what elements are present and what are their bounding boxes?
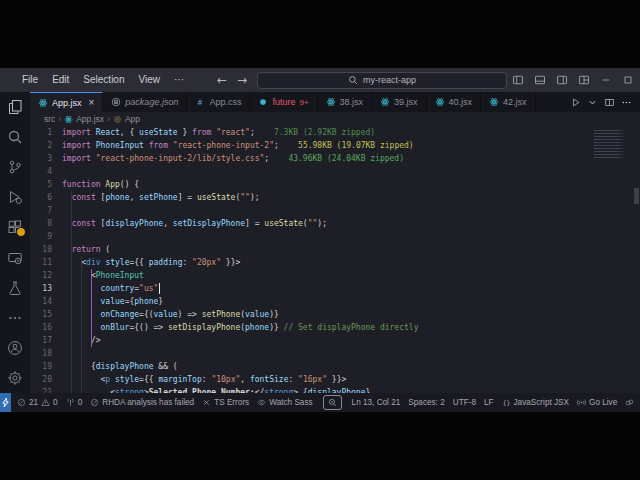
forward-arrow-icon[interactable]: → [237, 73, 247, 87]
code-text: {displayPhone && ( [62, 360, 178, 373]
activity-testing[interactable] [0, 273, 30, 303]
code-line[interactable]: 9 [30, 230, 640, 243]
react-file-icon [64, 115, 73, 124]
status-watch-sass[interactable]: Watch Sass [253, 398, 316, 407]
layout-sidebar-right-button[interactable] [551, 68, 573, 92]
close-icon[interactable]: × [89, 97, 95, 108]
code-line[interactable]: 20 <p style={{ marginTop: "10px", fontSi… [30, 373, 640, 386]
code-line[interactable]: 11 <div style={{ padding: "20px" }}> [30, 256, 640, 269]
code-line[interactable]: 17 /> [30, 334, 640, 347]
status-problems[interactable]: 210 [13, 398, 62, 407]
code-text: <PhoneInput [62, 269, 144, 282]
code-text: return ( [62, 243, 110, 256]
code-line[interactable]: 4 [30, 165, 640, 178]
code-text: <div style={{ padding: "20px" }}> [62, 256, 240, 269]
status-ts-errors[interactable]: TS Errors [198, 398, 253, 407]
warning-icon [41, 398, 50, 407]
activity-explorer[interactable] [0, 92, 30, 122]
menu-item-file[interactable]: File [15, 68, 45, 92]
code-line[interactable]: 21 <strong>Selected Phone Number:</stron… [30, 386, 640, 393]
back-arrow-icon[interactable]: ← [217, 73, 227, 87]
tab-app-css[interactable]: #App.css [187, 92, 250, 112]
menu-item-selection[interactable]: Selection [76, 68, 131, 92]
activity-source-control[interactable] [0, 152, 30, 182]
status-indentation[interactable]: Spaces: 2 [404, 398, 448, 407]
split-editor-button[interactable] [604, 97, 615, 108]
code-text: value={phone} [62, 295, 163, 308]
code-text: import PhoneInput from "react-phone-inpu… [62, 139, 414, 152]
command-center-search[interactable]: my-react-app [257, 72, 507, 89]
status-go-live[interactable]: Go Live [573, 398, 621, 407]
status-encoding[interactable]: UTF-8 [449, 398, 480, 407]
breadcrumb-item-src[interactable]: src [44, 114, 55, 124]
activity-extensions[interactable] [0, 212, 30, 242]
status-language-mode[interactable]: {}JavaScript JSX [498, 398, 574, 407]
tab-future[interactable]: future9+ [250, 92, 317, 112]
minimap[interactable] [594, 130, 626, 158]
svg-text:#: # [197, 98, 203, 107]
code-line[interactable]: 13 country="us" [30, 282, 640, 295]
menu-item-edit[interactable]: Edit [45, 68, 76, 92]
editor-more-actions[interactable] [621, 97, 632, 108]
code-line[interactable]: 16 onBlur={() => setDisplayPhone(phone)}… [30, 321, 640, 334]
code-line[interactable]: 10 return ( [30, 243, 640, 256]
react-file-icon [435, 97, 445, 107]
tab-42-jsx[interactable]: 42.jsx [481, 92, 536, 112]
run-dropdown[interactable] [587, 97, 598, 108]
status-label: RHDA analysis has failed [102, 398, 194, 407]
activity-search[interactable] [0, 122, 30, 152]
restore-button[interactable] [617, 68, 639, 92]
line-number: 16 [30, 321, 62, 334]
tab-39-jsx[interactable]: 39.jsx [372, 92, 427, 112]
line-number: 2 [30, 139, 62, 152]
code-line[interactable]: 15 onChange={(value) => setPhone(value)} [30, 308, 640, 321]
code-line[interactable]: 7 [30, 204, 640, 217]
menu-item-view[interactable]: View [132, 68, 168, 92]
status-label: Go Live [589, 398, 617, 407]
code-text: import React, { useState } from "react";… [62, 126, 375, 139]
code-line[interactable]: 18 [30, 347, 640, 360]
layout-customize-button[interactable] [573, 68, 595, 92]
line-number: 1 [30, 126, 62, 139]
status-rhda-status[interactable]: RHDA analysis has failed [86, 398, 198, 407]
code-line[interactable]: 19 {displayPhone && ( [30, 360, 640, 373]
layout-sidebar-left-button[interactable] [507, 68, 529, 92]
code-line[interactable]: 1import React, { useState } from "react"… [30, 126, 640, 139]
code-line[interactable]: 5function App() { [30, 178, 640, 191]
tab-problems-badge: 9+ [299, 98, 308, 107]
line-number: 15 [30, 308, 62, 321]
minimize-button[interactable] [595, 68, 617, 92]
scrollbar[interactable] [634, 188, 639, 204]
tab-38-jsx[interactable]: 38.jsx [318, 92, 373, 112]
code-line[interactable]: 12 <PhoneInput [30, 269, 640, 282]
svg-text:{}: {} [502, 399, 510, 406]
breadcrumb-item-app[interactable]: App [113, 114, 140, 124]
activity-remote-explorer[interactable] [0, 242, 30, 272]
code-line[interactable]: 2import PhoneInput from "react-phone-inp… [30, 139, 640, 152]
status-remote-indicator[interactable] [0, 393, 11, 412]
run-file-button[interactable] [570, 97, 581, 108]
activity-settings[interactable] [0, 363, 30, 393]
menu-item-[interactable]: ··· [167, 68, 191, 92]
title-bar: FileEditSelectionView··· ← → my-react-ap… [0, 68, 640, 92]
tab-package-json[interactable]: package.json [103, 92, 187, 112]
activity-accounts[interactable] [0, 333, 30, 363]
code-line[interactable]: 3import "react-phone-input-2/lib/style.c… [30, 152, 640, 165]
status-cursor-position[interactable]: Ln 13, Col 21 [348, 398, 405, 407]
code-line[interactable]: 8 const [displayPhone, setDisplayPhone] … [30, 217, 640, 230]
breadcrumb-item-app-jsx[interactable]: App.jsx [64, 114, 104, 124]
layout-panel-button[interactable] [529, 68, 551, 92]
code-line[interactable]: 14 value={phone} [30, 295, 640, 308]
status-zoom-indicator[interactable] [323, 395, 342, 410]
activity-more-views[interactable] [0, 303, 30, 333]
status-overlapping-circles[interactable] [621, 398, 638, 407]
activity-bar [0, 92, 30, 393]
code-editor[interactable]: 1import React, { useState } from "react"… [30, 126, 640, 393]
tab-app-jsx[interactable]: App.jsx× [30, 92, 103, 112]
status-ports[interactable]: 0 [62, 398, 87, 407]
activity-run-debug[interactable] [0, 182, 30, 212]
tab-40-jsx[interactable]: 40.jsx [427, 92, 482, 112]
code-line[interactable]: 6 const [phone, setPhone] = useState("")… [30, 191, 640, 204]
status-eol[interactable]: LF [480, 398, 498, 407]
tab-label: 39.jsx [394, 97, 418, 107]
